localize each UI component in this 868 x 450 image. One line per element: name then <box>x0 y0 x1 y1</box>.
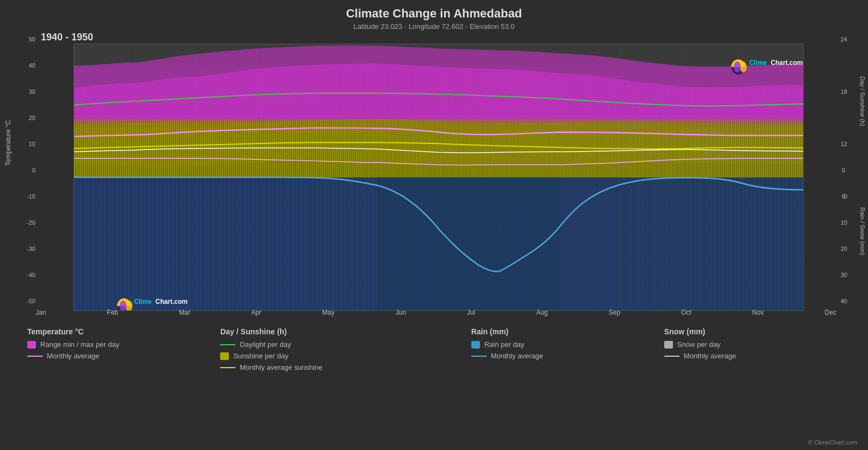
legend-rain-per-day: Rain per day <box>471 340 664 349</box>
legend-temp-avg-label: Monthly average <box>47 352 99 360</box>
temp-avg-line <box>27 356 43 357</box>
year-range: 1940 - 1950 <box>41 32 93 43</box>
legend-snow-avg-label: Monthly average <box>684 352 736 360</box>
legend-snow-title: Snow (mm) <box>664 327 857 336</box>
main-container: Climate Change in Ahmedabad Latitude 23.… <box>0 0 868 450</box>
sunshine-avg-line <box>220 367 235 368</box>
ytick-40: 40 <box>19 62 35 69</box>
rain-avg-line <box>471 356 487 357</box>
legend-snow-avg: Monthly average <box>664 352 857 360</box>
svg-text:Clime: Clime <box>749 58 767 67</box>
temp-range-swatch <box>27 341 36 349</box>
svg-point-40 <box>734 62 741 73</box>
chart-area: Clime Chart.com Clime Chart.com <box>74 44 804 311</box>
month-dec: Dec <box>825 309 836 316</box>
month-jan: Jan <box>35 309 46 316</box>
ytick-n20: -20 <box>16 219 35 226</box>
snow-avg-line <box>664 356 679 357</box>
ytick-right-0: 0 <box>842 167 845 173</box>
copyright: © ClimeChart.com <box>808 439 857 446</box>
legend-rain-per-day-label: Rain per day <box>484 340 525 349</box>
legend-sunshine-title: Day / Sunshine (h) <box>220 327 471 336</box>
y-axis-right-bottom-label: Rain / Snow (mm) <box>859 207 866 255</box>
chart-title: Climate Change in Ahmedabad <box>0 0 868 21</box>
legend-snow-per-day: Snow per day <box>664 340 857 349</box>
month-mar: Mar <box>179 309 191 316</box>
ytick-rain-10: 10 <box>841 219 847 226</box>
svg-text:Chart.com: Chart.com <box>155 298 187 306</box>
month-oct: Oct <box>681 309 691 316</box>
ytick-30: 30 <box>19 88 35 95</box>
ytick-20: 20 <box>19 115 35 121</box>
ytick-rain-0: 0 <box>844 193 847 200</box>
legend-daylight-label: Daylight per day <box>240 340 291 349</box>
ytick-right-12: 12 <box>841 141 847 147</box>
ytick-10: 10 <box>19 141 35 147</box>
ytick-right-24: 24 <box>841 36 847 43</box>
daylight-line <box>220 344 235 345</box>
legend-rain-avg: Monthly average <box>471 352 664 360</box>
legend-rain: Rain (mm) Rain per day Monthly average <box>471 327 664 371</box>
ytick-n30: -30 <box>16 245 35 252</box>
month-jul: Jul <box>467 309 475 316</box>
sunshine-swatch <box>220 352 229 360</box>
legend-rain-title: Rain (mm) <box>471 327 664 336</box>
chart-subtitle: Latitude 23.023 - Longitude 72.602 - Ele… <box>0 22 868 31</box>
legend-sunshine: Day / Sunshine (h) Daylight per day Suns… <box>220 327 471 371</box>
month-nov: Nov <box>752 309 764 316</box>
legend-sunshine-per-day: Sunshine per day <box>220 352 471 360</box>
month-apr: Apr <box>251 309 262 316</box>
legend-daylight: Daylight per day <box>220 340 471 349</box>
rain-swatch <box>471 341 480 349</box>
legend-temp-range-label: Range min / max per day <box>40 340 119 349</box>
x-axis: Jan Feb Mar Apr May Jun Jul Aug Sep Oct … <box>35 309 836 316</box>
month-feb: Feb <box>107 309 118 316</box>
ytick-50: 50 <box>19 36 35 43</box>
month-may: May <box>322 309 335 316</box>
ytick-n50: -50 <box>16 298 35 304</box>
legend-snow: Snow (mm) Snow per day Monthly average <box>664 327 857 371</box>
legend-temp-range: Range min / max per day <box>27 340 220 349</box>
legend-sunshine-per-day-label: Sunshine per day <box>233 352 288 360</box>
ytick-rain-40: 40 <box>841 298 847 304</box>
svg-text:Clime: Clime <box>134 298 152 306</box>
ytick-n10: -10 <box>16 193 35 200</box>
month-jun: Jun <box>396 309 406 316</box>
legend-sunshine-avg-label: Monthly average sunshine <box>240 363 323 371</box>
ytick-n40: -40 <box>16 272 35 278</box>
month-aug: Aug <box>536 309 548 316</box>
svg-point-39 <box>740 62 747 73</box>
legend-temperature: Temperature °C Range min / max per day M… <box>27 327 220 371</box>
ytick-right-18: 18 <box>841 88 847 95</box>
legend-temp-title: Temperature °C <box>27 327 220 336</box>
month-sep: Sep <box>609 309 620 316</box>
legend-temp-avg: Monthly average <box>27 352 220 360</box>
legend-rain-avg-label: Monthly average <box>491 352 543 360</box>
snow-swatch <box>664 341 673 349</box>
legend-snow-per-day-label: Snow per day <box>677 340 721 349</box>
legend-area: Temperature °C Range min / max per day M… <box>27 327 857 371</box>
legend-sunshine-avg: Monthly average sunshine <box>220 363 471 371</box>
svg-text:Chart.com: Chart.com <box>770 58 803 67</box>
y-axis-right-top-label: Day / Sunshine (h) <box>859 76 866 126</box>
ytick-0: 0 <box>22 167 35 173</box>
y-axis-left-label: Temperature °C <box>4 120 12 166</box>
ytick-rain-30: 30 <box>841 272 847 278</box>
ytick-rain-20: 20 <box>841 245 847 252</box>
